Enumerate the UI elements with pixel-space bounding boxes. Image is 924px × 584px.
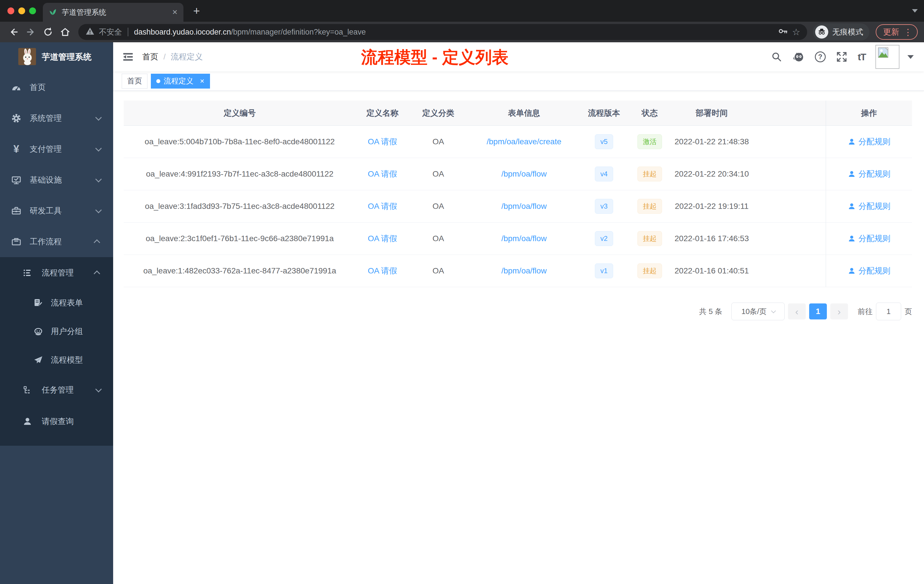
sidebar-item-home[interactable]: 首页 bbox=[0, 72, 113, 103]
sidebar-item-workflow[interactable]: 工作流程 bbox=[0, 226, 113, 257]
new-tab-button[interactable]: + bbox=[190, 4, 203, 18]
paper-plane-icon bbox=[33, 355, 43, 365]
column-header: 定义编号 bbox=[124, 101, 356, 125]
tab-search-caret-icon[interactable] bbox=[912, 9, 918, 13]
app-frame: 芋道管理系统 首页 系统管理 ¥ 支付管理 bbox=[0, 42, 924, 584]
form-info-link[interactable]: /bpm/oa/leave/create bbox=[487, 137, 561, 146]
next-page-button[interactable]: › bbox=[830, 304, 848, 319]
definition-name-link[interactable]: OA 请假 bbox=[368, 136, 397, 147]
reload-button[interactable] bbox=[41, 25, 55, 40]
zoom-window-button[interactable] bbox=[29, 7, 36, 14]
browser-tab[interactable]: 芋道管理系统 ✕ bbox=[43, 3, 183, 22]
dashboard-icon bbox=[11, 82, 22, 93]
version-cell: v2 bbox=[581, 223, 627, 254]
bookmark-star-icon[interactable]: ☆ bbox=[792, 26, 800, 38]
tree-icon bbox=[22, 385, 33, 395]
definition-name-cell: OA 请假 bbox=[356, 126, 409, 158]
assign-rule-link[interactable]: 分配规则 bbox=[858, 168, 891, 180]
page-size-select[interactable]: 10条/页 bbox=[731, 303, 785, 320]
home-button[interactable] bbox=[58, 25, 73, 40]
sidebar-item-process-management[interactable]: 流程管理 bbox=[0, 257, 113, 289]
sidebar-item-label: 流程管理 bbox=[42, 267, 96, 278]
sidebar-item-process-model[interactable]: 流程模型 bbox=[0, 346, 113, 374]
sidebar-item-devtools[interactable]: 研发工具 bbox=[0, 195, 113, 226]
close-window-button[interactable] bbox=[7, 7, 14, 14]
current-page-button[interactable]: 1 bbox=[809, 304, 827, 319]
status-cell: 挂起 bbox=[627, 158, 672, 190]
definition-name-link[interactable]: OA 请假 bbox=[368, 168, 397, 180]
help-icon[interactable]: ? bbox=[815, 51, 826, 62]
github-icon[interactable] bbox=[792, 51, 805, 63]
avatar-dropdown-caret[interactable] bbox=[908, 55, 914, 59]
action-cell: 分配规则 bbox=[826, 255, 912, 287]
sidebar-item-system[interactable]: 系统管理 bbox=[0, 103, 113, 134]
version-tag: v2 bbox=[595, 231, 613, 246]
form-info-link[interactable]: /bpm/oa/flow bbox=[502, 202, 547, 211]
table-row: oa_leave:1:482ec033-762a-11ec-8477-a2380… bbox=[124, 255, 912, 287]
page-size-value: 10条/页 bbox=[741, 307, 767, 317]
sidebar-item-process-form[interactable]: 流程表单 bbox=[0, 289, 113, 317]
url-path: /bpm/manager/definition?key=oa_leave bbox=[231, 28, 366, 36]
prev-page-button[interactable]: ‹ bbox=[788, 304, 806, 319]
assign-rule-link[interactable]: 分配规则 bbox=[858, 233, 891, 244]
briefcase-icon bbox=[11, 236, 22, 247]
key-icon[interactable] bbox=[778, 26, 788, 38]
form-info-link[interactable]: /bpm/oa/flow bbox=[502, 234, 547, 243]
monitor-icon bbox=[11, 175, 22, 185]
browser-tab-strip: 芋道管理系统 ✕ + bbox=[0, 0, 924, 22]
breadcrumb-home-link[interactable]: 首页 bbox=[142, 51, 158, 62]
forward-button[interactable] bbox=[23, 25, 38, 40]
assign-rule-link[interactable]: 分配规则 bbox=[858, 201, 891, 212]
deploy-time: 2022-01-22 19:19:11 bbox=[672, 190, 751, 222]
sidebar-collapse-icon[interactable] bbox=[122, 51, 134, 63]
form-info-link[interactable]: /bpm/oa/flow bbox=[502, 170, 547, 178]
assign-rule-link[interactable]: 分配规则 bbox=[858, 136, 891, 147]
action-cell: 分配规则 bbox=[826, 190, 912, 222]
filler-cell bbox=[751, 190, 826, 222]
url-text: dashboard.yudao.iocoder.cn/bpm/manager/d… bbox=[134, 28, 366, 36]
column-header: 操作 bbox=[826, 101, 912, 125]
definition-name-link[interactable]: OA 请假 bbox=[368, 233, 397, 244]
minimize-window-button[interactable] bbox=[18, 7, 25, 14]
definition-name-link[interactable]: OA 请假 bbox=[368, 201, 397, 212]
fullscreen-icon[interactable] bbox=[835, 51, 848, 63]
form-info-cell: /bpm/oa/flow bbox=[467, 190, 581, 222]
browser-menu-icon[interactable]: ⋮ bbox=[904, 27, 912, 37]
app-logo-row[interactable]: 芋道管理系统 bbox=[0, 42, 113, 72]
avatar[interactable] bbox=[875, 45, 899, 69]
sidebar-item-leave-query[interactable]: 请假查询 bbox=[0, 406, 113, 437]
app-logo-rabbit-image bbox=[18, 48, 36, 66]
status-badge: 挂起 bbox=[637, 231, 662, 246]
assign-rule-link[interactable]: 分配规则 bbox=[858, 266, 891, 276]
header-actions: ? tT bbox=[770, 42, 914, 71]
robot-face-icon bbox=[33, 326, 43, 337]
sidebar-item-user-group[interactable]: 用户分组 bbox=[0, 317, 113, 346]
back-button[interactable] bbox=[6, 25, 21, 40]
search-icon[interactable] bbox=[770, 51, 783, 63]
incognito-icon bbox=[815, 25, 828, 39]
definition-name-link[interactable]: OA 请假 bbox=[368, 266, 397, 276]
form-info-link[interactable]: /bpm/oa/flow bbox=[502, 266, 547, 276]
sidebar-item-label: 支付管理 bbox=[30, 144, 96, 155]
tag-process-definition[interactable]: 流程定义 ✕ bbox=[151, 74, 210, 89]
deploy-time: 2022-01-22 20:34:10 bbox=[672, 158, 751, 190]
font-size-icon[interactable]: tT bbox=[858, 51, 866, 63]
incognito-badge: 无痕模式 bbox=[813, 23, 870, 41]
sidebar-item-infrastructure[interactable]: 基础设施 bbox=[0, 165, 113, 195]
tag-home[interactable]: 首页 bbox=[122, 74, 147, 89]
sidebar-item-label: 工作流程 bbox=[30, 236, 96, 247]
incognito-label: 无痕模式 bbox=[832, 27, 863, 37]
chevron-down-icon bbox=[96, 207, 102, 213]
goto-page-input[interactable] bbox=[876, 303, 901, 320]
sidebar-item-payment[interactable]: ¥ 支付管理 bbox=[0, 134, 113, 165]
status-badge: 挂起 bbox=[637, 167, 662, 181]
url-host: dashboard.yudao.iocoder.cn bbox=[134, 28, 231, 36]
definition-category: OA bbox=[409, 126, 467, 158]
column-header: 状态 bbox=[627, 101, 672, 125]
status-cell: 挂起 bbox=[627, 255, 672, 287]
tab-close-icon[interactable]: ✕ bbox=[172, 8, 178, 16]
url-bar[interactable]: 不安全 dashboard.yudao.iocoder.cn/bpm/manag… bbox=[78, 24, 807, 40]
tag-close-icon[interactable]: ✕ bbox=[200, 78, 205, 84]
sidebar-item-task-management[interactable]: 任务管理 bbox=[0, 374, 113, 406]
browser-update-button[interactable]: 更新 ⋮ bbox=[876, 24, 918, 40]
